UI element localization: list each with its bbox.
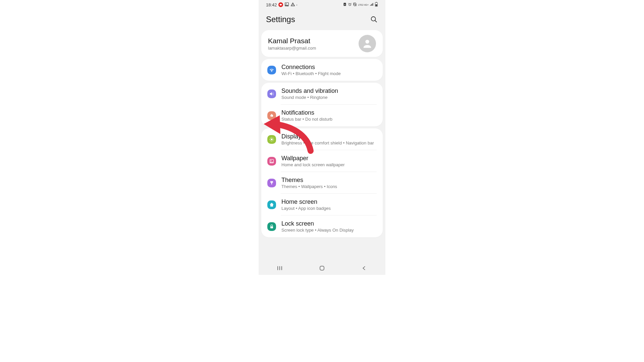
item-text: ThemesThemes • Wallpapers • Icons: [281, 177, 377, 189]
svg-rect-24: [270, 226, 273, 228]
item-title: Themes: [281, 177, 377, 184]
settings-group: ConnectionsWi-Fi • Bluetooth • Flight mo…: [261, 59, 383, 81]
paint-icon: [267, 179, 276, 187]
settings-item-notifications[interactable]: NotificationsStatus bar • Do not disturb: [261, 105, 383, 126]
svg-line-18: [270, 138, 270, 138]
settings-item-home-screen[interactable]: Home screenLayout • App icon badges: [261, 194, 383, 216]
image-icon: [267, 157, 276, 166]
item-title: Lock screen: [281, 220, 377, 227]
status-left: 18:42 •: [266, 2, 297, 8]
item-subtitle: Brightness • Eye comfort shield • Naviga…: [281, 140, 377, 145]
profile-email: lamaktasarp@gmail.com: [268, 46, 316, 51]
item-subtitle: Home and lock screen wallpaper: [281, 162, 377, 167]
alarm-icon: [348, 2, 352, 7]
profile-card[interactable]: Kamal Prasat lamaktasarp@gmail.com: [261, 30, 383, 57]
bell-icon: [267, 111, 276, 120]
svg-point-12: [271, 116, 271, 116]
status-right: LTE2 4G+: [343, 2, 378, 7]
item-subtitle: Wi-Fi • Bluetooth • Flight mode: [281, 71, 377, 76]
settings-group: Sounds and vibrationSound mode • Rington…: [261, 83, 383, 126]
network-label: LTE2 4G+: [358, 4, 369, 6]
item-subtitle: Sound mode • Ringtone: [281, 95, 377, 100]
svg-line-19: [273, 140, 273, 141]
svg-point-23: [271, 160, 272, 161]
svg-point-9: [365, 40, 369, 44]
item-subtitle: Layout • App icon badges: [281, 206, 377, 211]
home-icon: [267, 200, 276, 209]
item-text: Home screenLayout • App icon badges: [281, 198, 377, 211]
settings-item-lock-screen[interactable]: Lock screenScreen lock type • Always On …: [261, 216, 383, 237]
svg-line-8: [375, 20, 377, 22]
status-bar: 18:42 • LTE2 4G+: [259, 0, 385, 9]
svg-line-21: [273, 138, 273, 138]
status-dot: •: [297, 3, 298, 6]
svg-point-1: [286, 3, 286, 4]
sun-icon: [267, 135, 276, 144]
avatar: [359, 35, 376, 52]
svg-line-20: [270, 140, 270, 141]
back-button[interactable]: [360, 264, 368, 272]
item-title: Wallpaper: [281, 155, 377, 162]
settings-item-themes[interactable]: ThemesThemes • Wallpapers • Icons: [261, 172, 383, 194]
lock-icon: [267, 222, 276, 231]
svg-rect-28: [320, 266, 324, 270]
app-update-icon: [343, 2, 347, 7]
vibrate-icon: [353, 2, 357, 7]
item-title: Display: [281, 133, 377, 140]
page-title: Settings: [266, 15, 295, 24]
item-title: Connections: [281, 64, 377, 71]
item-text: Lock screenScreen lock type • Always On …: [281, 220, 377, 233]
volume-icon: [267, 89, 276, 98]
status-time: 18:42: [266, 2, 277, 7]
item-title: Sounds and vibration: [281, 87, 377, 95]
item-title: Home screen: [281, 198, 377, 205]
phone-frame: 18:42 • LTE2 4G+: [259, 0, 385, 275]
navigation-bar: [259, 261, 385, 275]
svg-rect-10: [270, 115, 273, 117]
battery-icon: [375, 2, 378, 7]
svg-point-13: [271, 138, 272, 140]
item-text: ConnectionsWi-Fi • Bluetooth • Flight mo…: [281, 64, 377, 76]
signal-icon: [370, 2, 374, 7]
item-text: WallpaperHome and lock screen wallpaper: [281, 155, 377, 167]
item-text: NotificationsStatus bar • Do not disturb: [281, 109, 377, 122]
recents-button[interactable]: [276, 264, 284, 272]
svg-point-7: [371, 17, 376, 21]
item-subtitle: Screen lock type • Always On Display: [281, 228, 377, 233]
carrier-icon: [278, 2, 283, 7]
item-text: DisplayBrightness • Eye comfort shield •…: [281, 133, 377, 145]
svg-rect-11: [271, 114, 272, 115]
picture-icon: [284, 2, 289, 8]
warning-icon: [290, 2, 295, 8]
wifi-icon: [267, 66, 276, 74]
settings-item-wallpaper[interactable]: WallpaperHome and lock screen wallpaper: [261, 150, 383, 172]
settings-header: Settings: [259, 9, 385, 28]
home-button[interactable]: [318, 264, 326, 272]
settings-item-sounds-and-vibration[interactable]: Sounds and vibrationSound mode • Rington…: [261, 83, 383, 105]
settings-group: DisplayBrightness • Eye comfort shield •…: [261, 128, 383, 237]
profile-name: Kamal Prasat: [268, 37, 316, 45]
svg-rect-5: [376, 2, 377, 2]
search-button[interactable]: [370, 15, 378, 23]
settings-item-connections[interactable]: ConnectionsWi-Fi • Bluetooth • Flight mo…: [261, 59, 383, 81]
profile-text: Kamal Prasat lamaktasarp@gmail.com: [268, 37, 316, 51]
item-subtitle: Themes • Wallpapers • Icons: [281, 184, 377, 189]
svg-rect-6: [376, 4, 377, 6]
item-text: Sounds and vibrationSound mode • Rington…: [281, 87, 377, 100]
item-title: Notifications: [281, 109, 377, 116]
settings-item-display[interactable]: DisplayBrightness • Eye comfort shield •…: [261, 128, 383, 150]
item-subtitle: Status bar • Do not disturb: [281, 117, 377, 122]
